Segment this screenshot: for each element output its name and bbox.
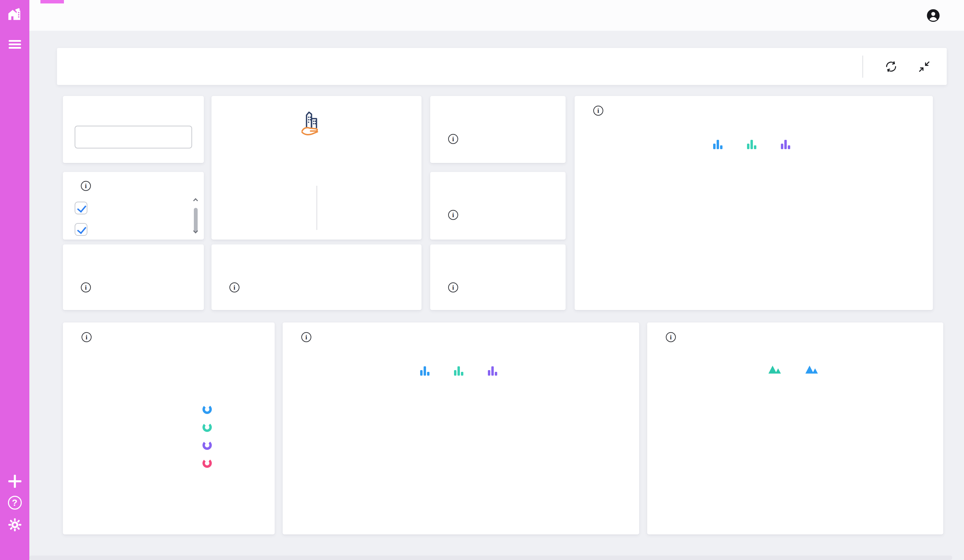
legend-item-fair[interactable] xyxy=(202,440,219,450)
tab-rental-payments[interactable] xyxy=(153,0,156,31)
legend-item-total-cost[interactable] xyxy=(781,140,795,149)
info-icon[interactable] xyxy=(230,282,239,292)
info-icon[interactable] xyxy=(301,332,311,342)
plus-icon xyxy=(8,475,21,488)
vacated-legend xyxy=(202,405,219,476)
divider xyxy=(862,55,863,78)
legend-item-vacant[interactable] xyxy=(805,365,822,373)
occupied-vacant-chart xyxy=(656,383,934,532)
total-cost-legend xyxy=(283,366,639,376)
rent-arrears-card xyxy=(430,172,566,240)
occupied-vacant-legend xyxy=(647,365,943,373)
checkbox-checked[interactable] xyxy=(75,201,88,214)
info-icon[interactable] xyxy=(81,181,91,191)
occupancy-rate-card xyxy=(430,96,566,163)
legend-item-good[interactable] xyxy=(202,423,219,432)
help-button[interactable] xyxy=(6,494,24,512)
tenant-turnover-label-row xyxy=(443,282,458,292)
tab-owner-details[interactable] xyxy=(102,0,105,31)
property-filter-card xyxy=(63,172,204,240)
bar-series-icon xyxy=(747,140,756,149)
question-icon xyxy=(8,496,22,510)
bar-series-icon xyxy=(781,140,790,149)
rent-arrears-label-row xyxy=(443,210,458,220)
date-filter-card xyxy=(63,96,204,163)
area-series-icon xyxy=(805,365,818,373)
collapse-button[interactable] xyxy=(916,59,932,75)
info-icon[interactable] xyxy=(448,210,458,220)
net-income-top xyxy=(212,108,422,140)
bar-series-icon xyxy=(488,366,497,376)
bar-series-icon xyxy=(713,140,723,149)
revenue-cost-legend xyxy=(575,140,933,149)
tab-dashboard[interactable] xyxy=(51,0,54,31)
legend-item-occupied[interactable] xyxy=(769,365,785,373)
gear-icon xyxy=(7,517,23,533)
total-cost-spent-card xyxy=(283,323,639,534)
legend-item-rent-arrears[interactable] xyxy=(747,140,761,149)
donut-series-icon xyxy=(202,405,212,414)
vacated-chart-area xyxy=(63,323,275,534)
donut-series-icon xyxy=(202,440,212,450)
tenant-acquisition-card xyxy=(212,244,422,310)
legend-item-management[interactable] xyxy=(454,366,468,376)
tenant-turnover-card xyxy=(430,244,566,310)
home-building-icon xyxy=(6,5,23,23)
date-range-picker[interactable] xyxy=(75,126,192,148)
refresh-icon xyxy=(884,60,898,73)
legend-item-excellent[interactable] xyxy=(202,405,219,414)
tab-properties[interactable] xyxy=(77,0,79,31)
total-cost-title-row xyxy=(295,332,311,342)
info-icon[interactable] xyxy=(666,332,676,342)
user-menu[interactable] xyxy=(927,9,945,23)
bar-series-icon xyxy=(420,366,430,376)
donut-series-icon xyxy=(202,458,212,468)
collapse-arrows-icon xyxy=(918,60,930,73)
cost-spent-chart xyxy=(291,385,630,531)
vacated-tenants-card xyxy=(63,323,275,534)
legend-item-rent-on-time[interactable] xyxy=(713,140,727,149)
property-filter-label xyxy=(75,181,91,191)
property-option-1[interactable] xyxy=(75,223,96,236)
occupied-vacant-card xyxy=(647,323,943,534)
dashboard-title-bar xyxy=(57,48,947,85)
scroll-up-icon[interactable] xyxy=(193,198,198,203)
revenue-cost-chart xyxy=(583,158,925,306)
revenue-cost-title-row xyxy=(587,106,603,116)
menu-hamburger-icon[interactable] xyxy=(6,35,24,53)
divider xyxy=(316,186,317,230)
settings-button[interactable] xyxy=(6,516,24,534)
legend-item-poor[interactable] xyxy=(202,458,219,468)
refresh-button[interactable] xyxy=(883,59,899,75)
occupancy-label-row xyxy=(443,134,458,144)
app-logo-icon[interactable] xyxy=(6,5,24,23)
revenue-cost-overview-card xyxy=(575,96,933,310)
property-list-scrollbar[interactable] xyxy=(193,199,198,233)
property-option-all[interactable] xyxy=(75,201,96,214)
legend-item-maintenance[interactable] xyxy=(420,366,434,376)
title-bar-actions xyxy=(862,55,932,78)
loss-vacancy-label-row xyxy=(75,282,91,292)
add-button[interactable] xyxy=(6,472,24,490)
bar-series-icon xyxy=(454,366,463,376)
horizontal-scrollbar[interactable] xyxy=(29,555,952,560)
tab-tenant-details[interactable] xyxy=(127,0,130,31)
user-avatar-icon xyxy=(927,9,940,23)
sidebar xyxy=(0,0,29,560)
legend-item-repair[interactable] xyxy=(488,366,502,376)
revenue-cell xyxy=(212,184,316,191)
info-icon[interactable] xyxy=(448,282,458,292)
info-icon[interactable] xyxy=(448,134,458,144)
net-income-card xyxy=(212,96,422,240)
info-icon[interactable] xyxy=(593,106,603,116)
hand-building-icon xyxy=(296,108,328,140)
donut-series-icon xyxy=(202,423,212,432)
top-navigation xyxy=(29,0,964,31)
total-cost-cell xyxy=(316,184,422,191)
date-range-input[interactable] xyxy=(81,131,215,143)
info-icon[interactable] xyxy=(81,282,91,292)
loss-vacancy-card xyxy=(63,244,204,310)
occupied-vacant-title-row xyxy=(659,332,676,342)
checkbox-checked[interactable] xyxy=(75,223,88,236)
dashboard-tabs xyxy=(51,0,179,31)
